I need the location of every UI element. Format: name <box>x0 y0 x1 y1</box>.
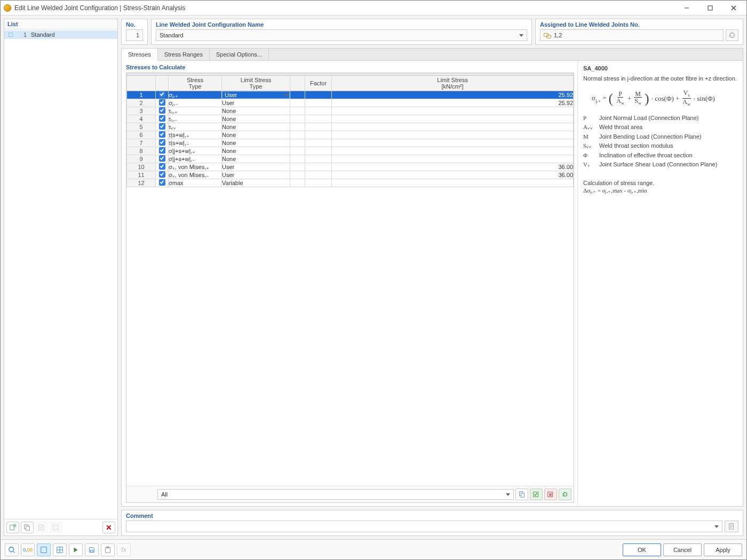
limit-stress-cell[interactable] <box>332 147 574 155</box>
config-list[interactable]: 1 Standard <box>4 29 117 519</box>
limit-stress-cell[interactable] <box>332 139 574 147</box>
factor-cell[interactable] <box>305 139 332 147</box>
name-dropdown[interactable]: Standard <box>156 29 527 41</box>
row-check-cell[interactable] <box>156 155 169 163</box>
check-all-button[interactable] <box>35 522 48 533</box>
table-row[interactable]: 5τᵥᵥNone <box>127 123 574 131</box>
table-row[interactable]: 9σ|j+s+w|,₋None <box>127 155 574 163</box>
factor-cell[interactable] <box>305 147 332 155</box>
table-row[interactable]: 10σᵥ, von Mises,₊User36.00 <box>127 163 574 171</box>
limit-type-cell[interactable]: User <box>222 171 290 179</box>
config-list-item[interactable]: 1 Standard <box>4 30 117 39</box>
stress-type-cell[interactable]: σ|j+s+w|,₋ <box>169 155 222 163</box>
stress-type-cell[interactable]: τ|s+w|,₊ <box>169 131 222 139</box>
row-check-cell[interactable] <box>156 99 169 107</box>
row-check-cell[interactable] <box>156 139 169 147</box>
stress-type-cell[interactable]: σ|j+s+w|,₊ <box>169 147 222 155</box>
table-row[interactable]: 2σⱼ,₋User25.92 <box>127 99 574 107</box>
row-check-cell[interactable] <box>156 163 169 171</box>
table-row[interactable]: 4τₛ,₋None <box>127 115 574 123</box>
stress-type-cell[interactable]: τₛ,₊ <box>169 107 222 115</box>
limit-stress-cell[interactable]: 36.00 <box>332 171 574 179</box>
limit-type-cell[interactable]: User <box>222 99 290 107</box>
tab-stress-ranges[interactable]: Stress Ranges <box>158 49 210 60</box>
new-config-button[interactable] <box>6 522 19 533</box>
assigned-field[interactable]: 1,2 <box>540 29 724 41</box>
factor-cell[interactable] <box>305 115 332 123</box>
tab-special-options[interactable]: Special Options... <box>210 49 269 60</box>
limit-type-cell[interactable]: None <box>222 155 290 163</box>
footer-run-button[interactable] <box>69 543 83 556</box>
footer-fx-button[interactable]: fx <box>117 543 131 556</box>
footer-clipboard-button[interactable] <box>101 543 115 556</box>
stress-type-cell[interactable]: σmax <box>169 179 222 187</box>
comment-edit-button[interactable] <box>725 521 738 532</box>
limit-stress-cell[interactable] <box>332 155 574 163</box>
factor-cell[interactable] <box>305 91 332 99</box>
limit-stress-cell[interactable] <box>332 179 574 187</box>
comment-dropdown[interactable] <box>126 521 722 532</box>
stress-type-cell[interactable]: σⱼ,₋ <box>169 99 222 107</box>
factor-cell[interactable] <box>305 155 332 163</box>
limit-stress-cell[interactable] <box>332 131 574 139</box>
row-check-cell[interactable] <box>156 123 169 131</box>
stress-type-cell[interactable]: τₛ,₋ <box>169 115 222 123</box>
grid-filter-dropdown[interactable]: All <box>157 489 514 500</box>
select-in-model-button[interactable] <box>726 29 738 41</box>
table-row[interactable]: 11σᵥ, von Mises,₋User36.00 <box>127 171 574 179</box>
limit-stress-cell[interactable] <box>332 123 574 131</box>
stress-type-cell[interactable]: σⱼ,₊ <box>169 91 222 99</box>
row-check-cell[interactable] <box>156 179 169 187</box>
stress-type-cell[interactable]: τ|s+w|,₋ <box>169 139 222 147</box>
footer-view1-button[interactable] <box>37 543 51 556</box>
limit-type-dropdown[interactable]: User <box>222 91 290 99</box>
table-row[interactable]: 7τ|s+w|,₋None <box>127 139 574 147</box>
limit-type-cell[interactable]: None <box>222 147 290 155</box>
stress-type-cell[interactable]: σᵥ, von Mises,₋ <box>169 171 222 179</box>
row-check-cell[interactable] <box>156 107 169 115</box>
grid-reset-button[interactable] <box>559 489 571 500</box>
limit-type-cell[interactable]: None <box>222 139 290 147</box>
row-check-cell[interactable] <box>156 147 169 155</box>
limit-type-cell[interactable]: None <box>222 123 290 131</box>
limit-type-cell[interactable]: Variable <box>222 179 290 187</box>
stress-type-cell[interactable]: σᵥ, von Mises,₊ <box>169 163 222 171</box>
limit-type-cell[interactable]: None <box>222 115 290 123</box>
maximize-button[interactable] <box>698 1 722 15</box>
ok-button[interactable]: OK <box>623 543 661 556</box>
number-field[interactable]: 1 <box>126 29 143 41</box>
limit-stress-cell[interactable]: 36.00 <box>332 163 574 171</box>
limit-type-cell[interactable]: User <box>222 163 290 171</box>
limit-type-cell[interactable]: User <box>222 91 290 99</box>
limit-stress-cell[interactable] <box>332 115 574 123</box>
table-row[interactable]: 8σ|j+s+w|,₊None <box>127 147 574 155</box>
row-check-cell[interactable] <box>156 91 169 99</box>
factor-cell[interactable] <box>305 179 332 187</box>
cancel-button[interactable]: Cancel <box>663 543 702 556</box>
footer-units-button[interactable]: 0,00 <box>21 543 35 556</box>
factor-cell[interactable] <box>305 131 332 139</box>
limit-stress-cell[interactable]: 25.92 <box>332 91 574 99</box>
footer-help-button[interactable] <box>5 543 19 556</box>
table-row[interactable]: 12σmaxVariable <box>127 179 574 187</box>
stresses-grid[interactable]: Stress Type Limit Stress Type Factor Lim… <box>126 73 574 486</box>
stress-type-cell[interactable]: τᵥᵥ <box>169 123 222 131</box>
factor-cell[interactable] <box>305 99 332 107</box>
limit-type-cell[interactable]: None <box>222 131 290 139</box>
table-row[interactable]: 6τ|s+w|,₊None <box>127 131 574 139</box>
factor-cell[interactable] <box>305 171 332 179</box>
close-button[interactable] <box>722 1 745 15</box>
row-check-cell[interactable] <box>156 131 169 139</box>
grid-uncheck-all-button[interactable] <box>544 489 557 500</box>
limit-type-cell[interactable]: None <box>222 107 290 115</box>
tab-stresses[interactable]: Stresses <box>122 49 158 61</box>
row-check-cell[interactable] <box>156 115 169 123</box>
uncheck-all-button[interactable] <box>50 522 62 533</box>
row-check-cell[interactable] <box>156 171 169 179</box>
footer-save-button[interactable] <box>85 543 99 556</box>
limit-stress-cell[interactable] <box>332 107 574 115</box>
table-row[interactable]: 1σⱼ,₊User25.92 <box>127 91 574 99</box>
footer-view2-button[interactable] <box>53 543 67 556</box>
grid-check-all-button[interactable] <box>530 489 543 500</box>
factor-cell[interactable] <box>305 163 332 171</box>
